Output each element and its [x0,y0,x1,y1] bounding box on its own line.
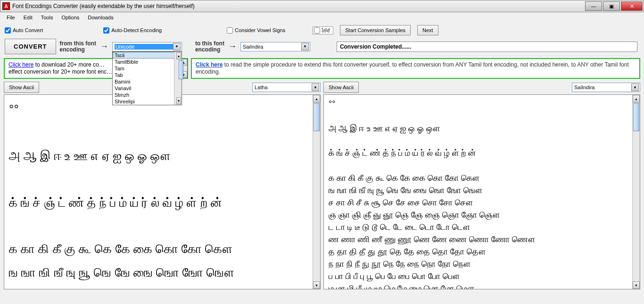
menubar: File Edit Tools Options Downloads [0,12,644,23]
arrow-icon: → [228,42,237,51]
next-button[interactable]: Next [417,25,438,35]
right-scrollbar[interactable]: ▲ ▼ [632,95,640,289]
scroll-up-icon[interactable]: ▲ [633,95,640,102]
left-font-combo[interactable]: Latha ▼ [252,83,321,92]
info-right: Click here to read the simple procedure … [191,58,640,79]
option-bamini[interactable]: Bamini [113,78,182,85]
arrow-icon: → [100,42,108,51]
consider-vowel-label: Consider Vowel Signs [235,27,285,33]
ri-label: ர்ரிரீ [322,27,330,34]
ri-display: ர்ரிரீ [313,26,333,34]
right-text-area[interactable]: °° அ ஆ இ ஈ உ ஊ எ ஏ ஐ ஒ ஓ ஔ க் ங் ச் ஞ் ட… [323,94,640,289]
menu-options[interactable]: Options [58,13,83,22]
menu-file[interactable]: File [3,13,19,22]
convert-row: CONVERT from this fontencoding → Unicode… [0,38,644,57]
from-encoding-value: Unicode [115,44,173,50]
left-text-area[interactable]: °° அ ஆ இ ஈ உ ஊ எ ஏ ஐ ஒ ஓ ஔ க் ங் ச் ஞ் ட… [4,94,321,289]
status-box: Conversion Completed...... [337,42,637,52]
scroll-down-icon[interactable]: ▼ [176,97,181,104]
minimize-button[interactable]: — [585,1,602,11]
scroll-down-icon[interactable]: ▼ [633,281,640,289]
left-text-content[interactable]: °° அ ஆ இ ஈ உ ஊ எ ஏ ஐ ஒ ஓ ஔ க் ங் ச் ஞ் ட… [4,95,313,289]
right-font-value: SaiIndira [574,84,631,90]
consider-vowel-input[interactable] [227,27,233,34]
app-icon: A [2,2,10,10]
info-left-text1: to download 20+ more co… [33,61,104,68]
option-vanavil[interactable]: Vanavil [113,85,182,92]
auto-convert-checkbox[interactable]: Auto Convert [5,27,43,34]
info-left-text2: effect conversion for 20+ more font enc… [8,68,112,75]
window-title: Font Encodings Converter (easily extenda… [12,3,585,9]
preview-row: Show Ascii Latha ▼ °° அ ஆ இ ஈ உ ஊ எ ஏ ஐ … [0,82,644,289]
scroll-thumb[interactable] [179,60,183,79]
right-font-combo[interactable]: SaiIndira ▼ [572,83,640,92]
consider-vowel-checkbox[interactable]: Consider Vowel Signs [227,27,285,34]
dropdown-scrollbar[interactable]: ▲ ▼ [174,52,182,105]
auto-detect-input[interactable] [103,27,109,34]
right-text-content[interactable]: °° அ ஆ இ ஈ உ ஊ எ ஏ ஐ ஒ ஓ ஔ க் ங் ச் ஞ் ட… [324,95,632,289]
auto-convert-label: Auto Convert [13,27,43,33]
maximize-button[interactable]: ▣ [603,1,620,11]
show-ascii-right-button[interactable]: Show Ascii [323,82,359,93]
close-button[interactable]: ✕ [621,1,643,11]
to-label: to this fontencoding [195,41,224,53]
from-label: from this fontencoding [60,41,96,53]
right-pane: Show Ascii SaiIndira ▼ °° அ ஆ இ ஈ உ ஊ எ … [323,82,640,289]
scroll-up-icon[interactable]: ▲ [176,52,181,59]
scroll-thumb[interactable] [314,103,320,131]
to-encoding-combo[interactable]: SaiIndira ▼ [240,42,310,51]
chevron-down-icon[interactable]: ▼ [173,43,181,51]
left-pane: Show Ascii Latha ▼ °° அ ஆ இ ஈ உ ஊ எ ஏ ஐ … [4,82,321,289]
auto-detect-checkbox[interactable]: Auto-Detect Encoding [103,27,162,34]
info-row: Click here to download 20+ more co… effe… [0,57,644,82]
to-encoding-value: SaiIndira [243,44,301,50]
left-scrollbar[interactable]: ▲ ▼ [313,95,320,289]
click-here-left-link[interactable]: Click here [8,61,33,68]
from-encoding-dropdown[interactable]: Tscii TamilBible Tam Tab Bamini Vanavil … [112,51,182,105]
option-tamilbible[interactable]: TamilBible [113,59,182,65]
chevron-down-icon[interactable]: ▼ [312,84,319,91]
ri-checkbox[interactable] [314,27,320,34]
click-here-right-link[interactable]: Click here [196,61,223,68]
option-tam[interactable]: Tam [113,65,182,72]
from-encoding-combo[interactable]: Unicode ▼ Tscii TamilBible Tam Tab Bamin… [112,42,182,51]
toolbar: Auto Convert Auto-Detect Encoding Consid… [0,23,644,38]
convert-button[interactable]: CONVERT [5,39,56,54]
option-tscii[interactable]: Tscii [113,52,182,59]
auto-convert-input[interactable] [5,27,11,34]
auto-detect-label: Auto-Detect Encoding [111,27,162,33]
scroll-down-icon[interactable]: ▼ [313,281,320,289]
option-tab[interactable]: Tab [113,72,182,78]
option-shreelipi[interactable]: Shreelipi [113,98,182,105]
menu-downloads[interactable]: Downloads [84,13,117,22]
menu-tools[interactable]: Tools [37,13,57,22]
show-ascii-left-button[interactable]: Show Ascii [4,82,39,93]
start-samples-button[interactable]: Start Conversion Samples [340,25,411,35]
window-controls: — ▣ ✕ [585,1,643,11]
chevron-down-icon[interactable]: ▼ [631,84,639,91]
left-font-value: Latha [255,84,312,90]
titlebar: A Font Encodings Converter (easily exten… [0,0,644,12]
menu-edit[interactable]: Edit [20,13,36,22]
chevron-down-icon[interactable]: ▼ [301,43,309,51]
info-right-text: to read the simple procedure to extend t… [196,61,629,75]
scroll-up-icon[interactable]: ▲ [313,95,320,102]
option-stmzh[interactable]: Stmzh [113,92,182,98]
scroll-thumb[interactable] [633,103,639,131]
